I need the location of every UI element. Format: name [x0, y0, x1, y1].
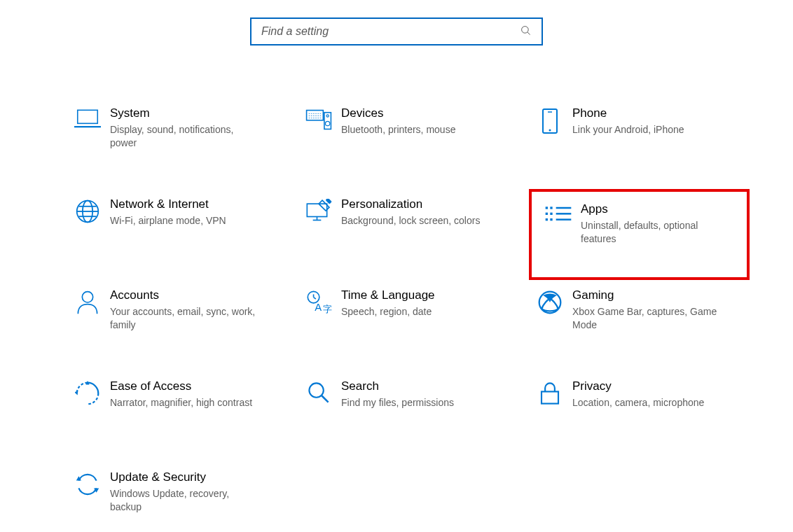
svg-rect-43	[542, 391, 558, 403]
svg-point-9	[326, 115, 329, 117]
tile-title: Privacy	[572, 379, 744, 393]
tile-title: Network & Internet	[110, 197, 282, 211]
svg-marker-40	[75, 391, 79, 396]
svg-text:A: A	[315, 302, 322, 313]
tile-desc: Display, sound, notifications, power	[110, 123, 257, 150]
tile-system[interactable]: System Display, sound, notifications, po…	[67, 98, 287, 189]
clock-language-icon: A 字	[298, 288, 340, 315]
search-input[interactable]	[260, 24, 520, 38]
tile-desc: Xbox Game Bar, captures, Game Mode	[572, 305, 719, 332]
svg-rect-2	[78, 110, 98, 123]
tile-gaming[interactable]: Gaming Xbox Game Bar, captures, Game Mod…	[529, 280, 750, 371]
svg-text:字: 字	[323, 304, 332, 314]
tile-title: Gaming	[572, 288, 744, 302]
tile-search[interactable]: Search Find my files, permissions	[298, 371, 518, 462]
svg-rect-25	[546, 218, 548, 220]
tile-desc: Uninstall, defaults, optional features	[581, 219, 728, 246]
tile-personalization[interactable]: Personalization Background, lock screen,…	[298, 189, 518, 280]
keyboard-speaker-icon	[298, 106, 340, 132]
tile-desc: Windows Update, recovery, backup	[110, 487, 257, 514]
tile-accounts[interactable]: Accounts Your accounts, email, sync, wor…	[67, 280, 287, 371]
tile-desc: Speech, region, date	[341, 305, 488, 318]
tile-ease-of-access[interactable]: Ease of Access Narrator, magnifier, high…	[67, 371, 287, 462]
lock-icon	[529, 379, 571, 406]
tile-desc: Location, camera, microphone	[572, 396, 719, 410]
tile-phone[interactable]: Phone Link your Android, iPhone	[529, 98, 750, 189]
tile-title: Phone	[572, 106, 744, 120]
xbox-icon	[529, 288, 571, 315]
tile-desc: Find my files, permissions	[341, 396, 488, 410]
tile-title: Search	[341, 379, 513, 393]
tile-devices[interactable]: Devices Bluetooth, printers, mouse	[298, 98, 518, 189]
svg-line-1	[527, 32, 530, 35]
svg-line-35	[314, 298, 316, 299]
tile-title: Update & Security	[110, 470, 282, 484]
monitor-brush-icon	[298, 197, 340, 224]
svg-rect-27	[550, 213, 552, 215]
svg-rect-19	[307, 204, 326, 216]
svg-point-0	[522, 27, 529, 34]
tile-title: Ease of Access	[110, 379, 282, 393]
tile-desc: Your accounts, email, sync, work, family	[110, 305, 257, 332]
tile-privacy[interactable]: Privacy Location, camera, microphone	[529, 371, 750, 462]
svg-rect-28	[550, 218, 552, 220]
svg-rect-26	[550, 206, 552, 209]
tile-desc: Wi-Fi, airplane mode, VPN	[110, 214, 257, 227]
ease-access-icon	[67, 379, 109, 406]
svg-rect-23	[546, 206, 548, 209]
search-box[interactable]	[250, 18, 543, 46]
settings-tiles-grid: System Display, sound, notifications, po…	[67, 98, 750, 532]
globe-icon	[67, 197, 109, 224]
person-icon	[67, 288, 109, 315]
sync-arrows-icon	[67, 470, 109, 497]
tile-desc: Background, lock screen, colors	[341, 214, 488, 227]
phone-icon	[529, 106, 571, 134]
tile-time-language[interactable]: A 字 Time & Language Speech, region, date	[298, 280, 518, 371]
tile-desc: Bluetooth, printers, mouse	[341, 123, 488, 136]
magnifier-icon	[298, 379, 340, 405]
svg-point-13	[549, 130, 551, 132]
svg-point-10	[326, 121, 330, 125]
search-icon	[520, 25, 533, 38]
tile-network[interactable]: Network & Internet Wi-Fi, airplane mode,…	[67, 189, 287, 280]
tile-title: Devices	[341, 106, 513, 120]
tile-title: System	[110, 106, 282, 120]
tile-apps[interactable]: Apps Uninstall, defaults, optional featu…	[529, 189, 750, 280]
tile-title: Apps	[581, 202, 741, 216]
tile-title: Accounts	[110, 288, 282, 302]
svg-point-32	[82, 292, 92, 302]
tile-desc: Link your Android, iPhone	[572, 123, 719, 136]
apps-list-icon	[537, 202, 579, 226]
laptop-icon	[67, 106, 109, 130]
tile-update-security[interactable]: Update & Security Windows Update, recove…	[67, 462, 287, 532]
tile-title: Time & Language	[341, 288, 513, 302]
svg-rect-24	[546, 213, 548, 215]
svg-line-42	[322, 396, 328, 402]
svg-rect-4	[307, 111, 324, 120]
svg-point-41	[309, 383, 323, 397]
tile-desc: Narrator, magnifier, high contrast	[110, 396, 257, 410]
tile-title: Personalization	[341, 197, 513, 211]
